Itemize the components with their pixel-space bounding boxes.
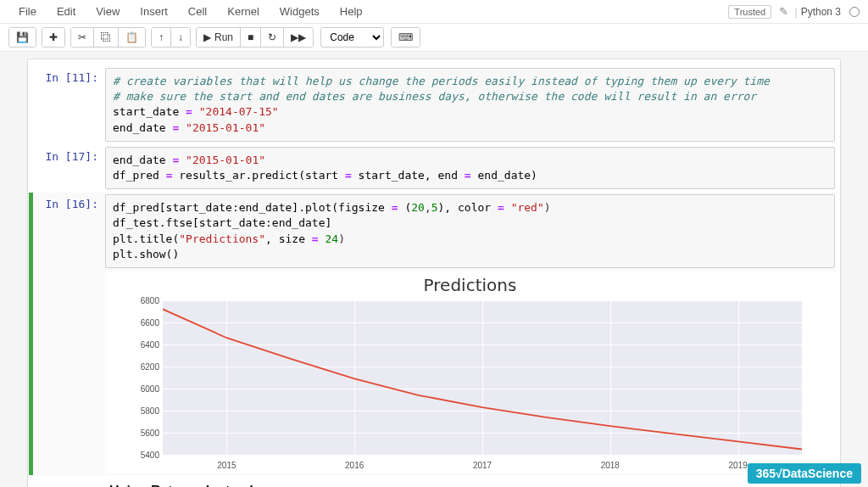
xtick: 2018 (601, 461, 620, 470)
stop-button[interactable]: ■ (241, 28, 261, 47)
run-button[interactable]: ▶Run (197, 28, 241, 47)
output-area: Predictions 5400560058006000620064006600… (105, 268, 835, 473)
code-input[interactable]: df_pred[start_date:end_date].plot(figsiz… (105, 194, 835, 268)
code-input[interactable]: # create variables that will help us cha… (105, 68, 835, 142)
restart-button[interactable]: ↻ (261, 28, 284, 47)
ytick: 6800 (132, 295, 159, 305)
notebook: In [11]: # create variables that will he… (27, 59, 841, 487)
trusted-badge: Trusted (728, 5, 771, 19)
prompt: In [16]: (33, 194, 105, 473)
chart-title: Predictions (108, 275, 832, 295)
paste-button[interactable]: 📋 (119, 28, 145, 47)
stop-icon: ■ (248, 31, 253, 43)
xtick: 2015 (217, 461, 236, 470)
menu-help[interactable]: Help (330, 2, 373, 21)
prompt: In [11]: (33, 68, 105, 142)
menu-kernel[interactable]: Kernel (217, 2, 270, 21)
add-cell-button[interactable]: ✚ (42, 28, 64, 47)
chart: Predictions 5400560058006000620064006600… (105, 271, 835, 473)
scissors-icon: ✂ (78, 31, 86, 43)
menu-view[interactable]: View (86, 2, 130, 21)
save-icon: 💾 (16, 31, 29, 43)
copy-icon: ⿻ (101, 31, 111, 43)
markdown-heading[interactable]: Using Returns Instead (33, 477, 835, 487)
move-down-button[interactable]: ↓ (171, 28, 190, 47)
fast-forward-button[interactable]: ▶▶ (284, 28, 313, 47)
separator: | (794, 5, 797, 18)
cut-button[interactable]: ✂ (71, 28, 94, 47)
ytick: 6400 (132, 339, 159, 349)
code-cell-11[interactable]: In [11]: # create variables that will he… (33, 66, 835, 143)
ytick: 6600 (132, 317, 159, 327)
data-line (163, 309, 802, 449)
run-icon: ▶ (203, 31, 211, 43)
watermark: 365√DataScience (748, 463, 861, 484)
menu-widgets[interactable]: Widgets (270, 2, 330, 21)
ytick: 6000 (132, 383, 159, 393)
ytick: 5800 (132, 406, 159, 415)
pencil-icon[interactable]: ✎ (779, 5, 788, 18)
paste-icon: 📋 (125, 31, 138, 43)
code-cell-17[interactable]: In [17]: end_date = "2015-01-01" df_pred… (33, 145, 835, 191)
restart-icon: ↻ (268, 31, 276, 43)
heading-returns: Using Returns Instead (109, 484, 835, 487)
menu-edit[interactable]: Edit (47, 2, 86, 21)
copy-button[interactable]: ⿻ (94, 28, 119, 47)
kernel-name[interactable]: Python 3 (801, 6, 841, 18)
ytick: 5600 (132, 428, 159, 437)
ytick: 5400 (132, 450, 159, 459)
ytick: 6200 (132, 361, 159, 371)
plot-area: 5400560058006000620064006600680020152016… (132, 300, 802, 470)
xtick: 2017 (473, 461, 492, 470)
run-label: Run (214, 31, 233, 43)
arrow-up-icon: ↑ (159, 31, 164, 43)
xtick: 2016 (345, 461, 364, 470)
xtick: 2019 (728, 461, 747, 470)
save-button[interactable]: 💾 (9, 28, 36, 47)
menu-cell[interactable]: Cell (178, 2, 217, 21)
code-input[interactable]: end_date = "2015-01-01" df_pred = result… (105, 147, 835, 189)
move-up-button[interactable]: ↑ (152, 28, 171, 47)
prompt: In [17]: (33, 147, 105, 189)
plus-icon: ✚ (49, 31, 58, 43)
cell-type-select[interactable]: Code (320, 27, 384, 48)
keyboard-icon: ⌨ (398, 31, 413, 43)
arrow-down-icon: ↓ (178, 31, 183, 43)
menu-file[interactable]: File (8, 2, 47, 21)
command-palette-button[interactable]: ⌨ (392, 28, 420, 47)
kernel-indicator-icon (849, 7, 860, 17)
code-cell-16[interactable]: In [16]: df_pred[start_date:end_date].pl… (29, 193, 835, 475)
fast-forward-icon: ▶▶ (291, 31, 306, 43)
menu-insert[interactable]: Insert (130, 2, 178, 21)
